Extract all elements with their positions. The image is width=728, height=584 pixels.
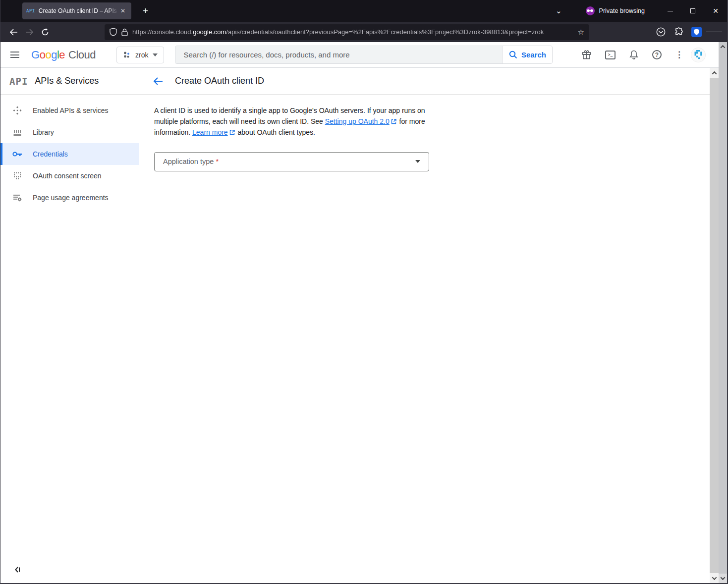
- navigation-toolbar: https://console.cloud.google.com/apis/cr…: [0, 22, 727, 42]
- application-type-select[interactable]: Application type *: [154, 152, 429, 171]
- tab-title: Create OAuth client ID – APIs &: [39, 7, 118, 14]
- page-title: Create OAuth client ID: [175, 76, 264, 86]
- setting-up-oauth-link[interactable]: Setting up OAuth 2.0: [325, 117, 390, 125]
- connection-lock-icon[interactable]: [121, 28, 128, 36]
- notifications-bell-icon[interactable]: [629, 50, 639, 60]
- intro-paragraph: A client ID is used to identify a single…: [154, 106, 428, 139]
- search-input[interactable]: [175, 46, 502, 63]
- google-cloud-header: Google Cloud zrok Search: [0, 42, 727, 68]
- google-cloud-logo[interactable]: Google Cloud: [31, 49, 96, 61]
- more-options-kebab-icon[interactable]: ⋮: [675, 53, 678, 56]
- bookmark-star-icon[interactable]: ☆: [578, 28, 584, 37]
- project-picker[interactable]: zrok: [116, 47, 164, 63]
- tab-close-icon[interactable]: ✕: [118, 6, 127, 15]
- forward-button[interactable]: [21, 25, 37, 40]
- private-browsing-label: Private browsing: [599, 7, 645, 14]
- console-scroll-down-icon[interactable]: [710, 573, 719, 583]
- sidebar-item-enabled-apis[interactable]: Enabled APIs & services: [0, 100, 139, 121]
- browser-scroll-down-icon[interactable]: [719, 574, 727, 583]
- learn-more-link[interactable]: Learn more: [192, 128, 228, 136]
- search-button[interactable]: Search: [502, 46, 552, 63]
- url-text[interactable]: https://console.cloud.google.com/apis/cr…: [132, 28, 573, 36]
- tab-favicon-api-icon: API: [26, 8, 35, 13]
- browser-scroll-up-icon[interactable]: [719, 42, 727, 52]
- url-bar[interactable]: https://console.cloud.google.com/apis/cr…: [105, 24, 589, 40]
- select-caret-down-icon: [415, 160, 420, 163]
- consent-screen-icon: [12, 171, 22, 181]
- minimize-button[interactable]: [659, 0, 681, 22]
- apis-services-sidebar: API APIs & Services Enabled APIs & servi…: [0, 68, 139, 584]
- main-content: Create OAuth client ID A client ID is us…: [139, 68, 727, 584]
- project-caret-down-icon: [153, 53, 158, 56]
- agreements-list-gear-icon: [12, 193, 22, 203]
- external-link-icon: [391, 117, 396, 128]
- window-close-button[interactable]: ✕: [704, 0, 727, 22]
- sidebar-item-oauth-consent-screen[interactable]: OAuth consent screen: [0, 165, 139, 187]
- project-name: zrok: [135, 51, 148, 59]
- sidebar-item-credentials[interactable]: Credentials: [0, 143, 139, 165]
- app-menu-hamburger-icon[interactable]: [706, 25, 722, 40]
- console-scroll-up-icon[interactable]: [710, 68, 719, 78]
- cloud-shell-icon[interactable]: >_: [605, 51, 616, 59]
- avatar-pixel-glyph-icon: [694, 50, 703, 60]
- back-button[interactable]: [5, 25, 21, 40]
- pocket-icon[interactable]: [653, 25, 669, 40]
- free-trial-gift-icon[interactable]: [581, 50, 592, 60]
- key-icon: [12, 149, 22, 159]
- private-mask-icon: [586, 6, 595, 15]
- project-dots-icon: [123, 51, 131, 59]
- tracking-protection-shield-icon[interactable]: [110, 28, 117, 36]
- required-asterisk: *: [216, 158, 219, 165]
- page-header: Create OAuth client ID: [139, 68, 727, 95]
- tab-bar: API Create OAuth client ID – APIs & ✕ + …: [0, 0, 727, 22]
- back-arrow-button[interactable]: [148, 71, 168, 91]
- new-tab-button[interactable]: +: [138, 4, 153, 17]
- browser-window: API Create OAuth client ID – APIs & ✕ + …: [0, 0, 728, 584]
- bitwarden-shield-icon[interactable]: [688, 25, 704, 40]
- sidebar-product-title: APIs & Services: [35, 76, 99, 86]
- account-avatar[interactable]: [691, 48, 705, 62]
- sidebar-item-page-usage-agreements[interactable]: Page usage agreements: [0, 187, 139, 209]
- console-nav-menu-icon[interactable]: [8, 48, 21, 62]
- external-link-icon: [229, 128, 235, 139]
- extensions-puzzle-icon[interactable]: [671, 25, 686, 40]
- sidebar-header: API APIs & Services: [0, 68, 139, 95]
- reload-button[interactable]: [37, 25, 53, 40]
- private-browsing-badge: Private browsing: [586, 6, 645, 15]
- browser-tab[interactable]: API Create OAuth client ID – APIs & ✕: [22, 2, 131, 19]
- console-scrollbar[interactable]: [710, 68, 719, 583]
- browser-scrollbar[interactable]: [719, 42, 727, 583]
- list-all-tabs-chevron-icon[interactable]: ⌄: [556, 6, 562, 15]
- collapse-sidebar-icon[interactable]: [13, 566, 21, 576]
- console-search-bar: Search: [175, 46, 553, 64]
- api-product-logo: API: [9, 76, 28, 87]
- maximize-button[interactable]: [681, 0, 704, 22]
- library-icon: [12, 127, 22, 137]
- dashboard-icon: [12, 106, 22, 115]
- search-icon: [509, 51, 517, 59]
- sidebar-item-library[interactable]: Library: [0, 121, 139, 143]
- help-icon[interactable]: ?: [652, 50, 662, 59]
